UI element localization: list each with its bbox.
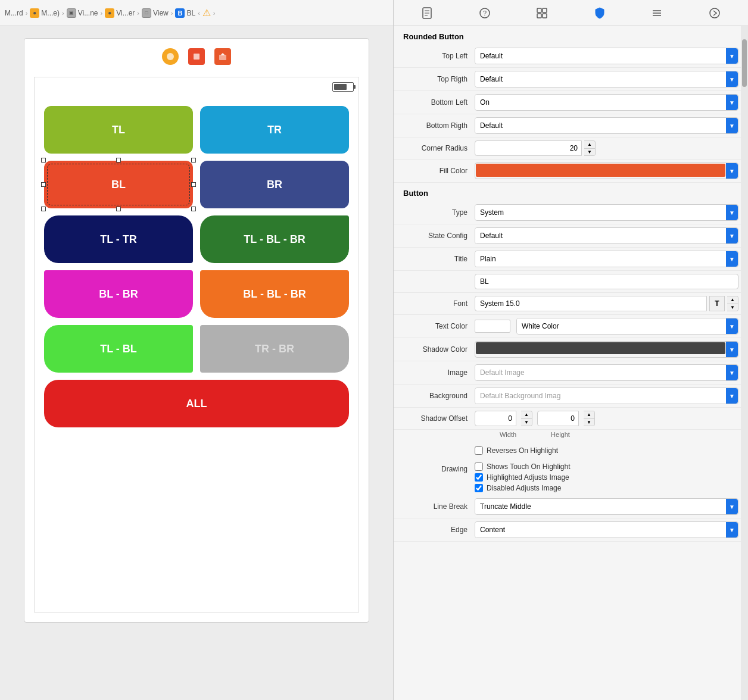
font-type-button[interactable]: T: [709, 296, 725, 311]
shadow-width-stepper[interactable]: ▲ ▼: [521, 411, 532, 426]
layout-icon[interactable]: [534, 5, 550, 21]
scrollbar-thumb[interactable]: [742, 39, 747, 87]
shadow-height-input[interactable]: [537, 411, 579, 426]
properties-icon[interactable]: [649, 5, 665, 21]
top-right-select[interactable]: Default ▼: [475, 71, 738, 88]
shadow-width-down[interactable]: ▼: [521, 419, 532, 426]
module-icon: ●: [30, 8, 39, 18]
highlighted-adjusts-checkbox[interactable]: [475, 473, 483, 482]
edge-value: Content: [475, 522, 726, 538]
shadow-width-input[interactable]: [475, 411, 516, 426]
background-select[interactable]: Default Background Imag ▼: [475, 388, 738, 404]
shadow-height-stepper[interactable]: ▲ ▼: [584, 411, 595, 426]
toolbar-circle-icon[interactable]: [162, 48, 179, 65]
text-color-select[interactable]: White Color ▼: [516, 318, 738, 335]
image-arrow[interactable]: ▼: [726, 365, 738, 380]
bottom-left-select[interactable]: On ▼: [475, 94, 738, 111]
shadow-color-swatch[interactable]: [476, 342, 725, 354]
button-bl-bl-br[interactable]: BL - BL - BR: [200, 270, 349, 318]
shadow-height-down[interactable]: ▼: [584, 419, 594, 426]
type-select[interactable]: System ▼: [475, 204, 738, 221]
font-stepper[interactable]: ▲ ▼: [727, 296, 738, 311]
title-type-arrow[interactable]: ▼: [726, 251, 738, 267]
bottom-right-label: Bottom Rigth: [403, 121, 475, 130]
background-arrow[interactable]: ▼: [726, 388, 738, 404]
toolbar-cube-icon[interactable]: [188, 48, 205, 65]
canvas-area: ›: [0, 26, 393, 700]
reverses-on-highlight-row: Reverses On Highlight: [394, 442, 748, 460]
state-config-row: State Config Default ▼: [394, 224, 748, 248]
line-break-arrow[interactable]: ▼: [726, 499, 738, 514]
corner-radius-up[interactable]: ▲: [584, 141, 595, 149]
text-color-arrow[interactable]: ▼: [726, 318, 738, 334]
toolbar-export-icon[interactable]: [214, 48, 231, 65]
image-select[interactable]: Default Image ▼: [475, 364, 738, 381]
bottom-left-value: On: [475, 95, 726, 110]
state-config-arrow[interactable]: ▼: [726, 228, 738, 243]
button-tl-bl-br[interactable]: TL - BL - BR: [200, 215, 349, 263]
button-bl-br[interactable]: BL - BR: [44, 270, 193, 318]
type-row: Type System ▼: [394, 201, 748, 224]
breadcrumb-item[interactable]: □ View: [142, 8, 169, 18]
fill-color-arrow[interactable]: ▼: [726, 163, 738, 179]
shadow-color-select[interactable]: ▼: [475, 341, 738, 358]
font-size-down[interactable]: ▼: [727, 304, 738, 311]
top-right-control: Default ▼: [475, 71, 738, 88]
edge-arrow[interactable]: ▼: [726, 522, 738, 538]
edge-select[interactable]: Content ▼: [475, 521, 738, 538]
bottom-left-arrow[interactable]: ▼: [726, 95, 738, 110]
bottom-left-control: On ▼: [475, 94, 738, 111]
shadow-color-arrow[interactable]: ▼: [726, 342, 738, 357]
bottom-right-arrow[interactable]: ▼: [726, 118, 738, 133]
breadcrumb-item[interactable]: M...rd: [5, 9, 23, 17]
breadcrumb-item[interactable]: ▣ Vi...ne: [67, 8, 98, 18]
rounded-button-section-title: Rounded Button: [394, 26, 748, 45]
button-br[interactable]: BR: [200, 161, 349, 208]
document-icon[interactable]: [419, 5, 435, 21]
scrollbar-track[interactable]: [741, 26, 748, 700]
button-bl[interactable]: BL: [44, 161, 193, 208]
svg-point-17: [710, 8, 719, 18]
title-text-row: [394, 271, 748, 293]
shadow-height-up[interactable]: ▲: [584, 411, 594, 419]
bottom-right-select[interactable]: Default ▼: [475, 117, 738, 134]
button-tl-bl[interactable]: TL - BL: [44, 325, 193, 373]
shadow-offset-control: ▲ ▼ ▲ ▼: [475, 411, 738, 426]
button-all[interactable]: ALL: [44, 380, 349, 427]
breadcrumb-item[interactable]: ● M...e): [30, 8, 60, 18]
shadow-width-up[interactable]: ▲: [521, 411, 532, 419]
line-break-select[interactable]: Truncate Middle ▼: [475, 498, 738, 515]
fill-color-select[interactable]: ▼: [475, 162, 738, 179]
top-left-arrow[interactable]: ▼: [726, 48, 738, 64]
top-left-select[interactable]: Default ▼: [475, 48, 738, 64]
forward-icon[interactable]: [706, 5, 723, 21]
button-tl-tr[interactable]: TL - TR: [44, 215, 193, 263]
battery-indicator: [332, 82, 354, 92]
image-label: Image: [403, 368, 475, 377]
disabled-adjusts-checkbox[interactable]: [475, 484, 483, 492]
breadcrumb-item[interactable]: B BL: [175, 8, 195, 18]
text-color-swatch[interactable]: [475, 320, 510, 333]
shows-touch-checkbox[interactable]: [475, 462, 483, 471]
font-size-up[interactable]: ▲: [727, 296, 738, 304]
drawing-checks: Shows Touch On Highlight Highlighted Adj…: [475, 462, 571, 492]
breadcrumb-item[interactable]: ● Vi...er: [105, 8, 135, 18]
title-type-select[interactable]: Plain ▼: [475, 251, 738, 267]
button-tr-br[interactable]: TR - BR: [200, 325, 349, 373]
help-icon[interactable]: ?: [476, 5, 493, 21]
button-tr[interactable]: TR: [200, 106, 349, 154]
fill-color-swatch[interactable]: [476, 164, 725, 177]
corner-radius-input[interactable]: [475, 140, 582, 156]
state-config-select[interactable]: Default ▼: [475, 227, 738, 244]
button-tl[interactable]: TL: [44, 106, 193, 154]
top-right-arrow[interactable]: ▼: [726, 71, 738, 87]
title-text-input[interactable]: [475, 274, 738, 289]
type-arrow[interactable]: ▼: [726, 205, 738, 220]
shield-icon[interactable]: [591, 5, 608, 21]
font-row: Font System 15.0 T ▲ ▼: [394, 293, 748, 315]
reverses-on-highlight-checkbox[interactable]: [475, 446, 483, 455]
disabled-adjusts-label: Disabled Adjusts Image: [487, 484, 561, 492]
corner-radius-down[interactable]: ▼: [584, 149, 595, 156]
fill-color-label: Fill Color: [403, 167, 475, 175]
corner-radius-stepper[interactable]: ▲ ▼: [584, 140, 596, 156]
